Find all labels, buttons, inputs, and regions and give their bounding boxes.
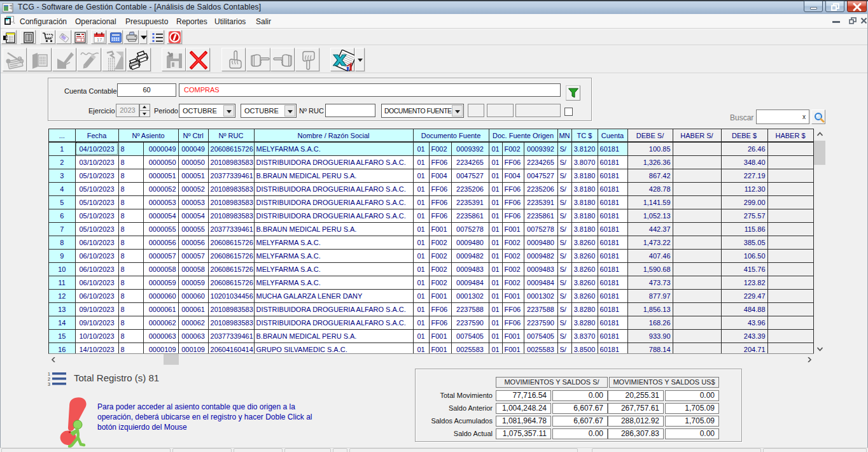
svg-text:3: 3	[48, 382, 50, 386]
svg-text:17: 17	[97, 37, 102, 43]
svg-text:2: 2	[48, 377, 50, 381]
svg-text:1: 1	[48, 372, 50, 376]
